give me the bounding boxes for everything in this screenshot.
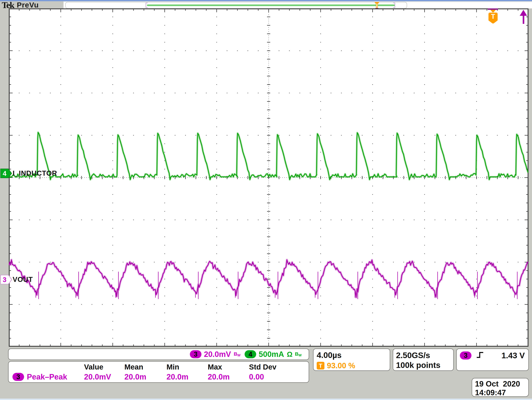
measurement-value: 20.0mV <box>84 372 124 381</box>
col-stddev: Std Dev <box>249 362 302 372</box>
trigger-level-readout: 1.43 V <box>501 351 525 360</box>
window-end-bracket-icon[interactable] <box>393 3 395 8</box>
record-length: 100k points <box>396 360 453 370</box>
ch3-label: VOUT <box>13 276 33 283</box>
top-accent-bar <box>0 0 532 1</box>
ohm-coupling-icon: Ω <box>287 351 292 358</box>
svg-text:4: 4 <box>3 170 6 177</box>
col-max: Max <box>208 362 249 372</box>
ch3-badge[interactable]: 3 <box>190 350 202 358</box>
acquisition-box[interactable]: 2.50GS/s 100k points <box>393 348 454 371</box>
trigger-level-offscreen-icon[interactable] <box>520 10 528 25</box>
measurement-header-row: Value Mean Min Max Std Dev <box>9 362 309 372</box>
record-trigger-position-marker-icon[interactable] <box>373 2 380 9</box>
measurement-name: Peak–Peak <box>27 372 67 381</box>
rising-edge-icon <box>476 351 484 359</box>
svg-text:3: 3 <box>3 276 6 283</box>
record-waveform-line <box>147 5 395 6</box>
level-arrow-stem <box>523 15 524 24</box>
measurement-mean: 20.0m <box>124 372 166 381</box>
ch4-label: I_INDUCTOR <box>13 169 57 177</box>
trigger-source-badge: 3 <box>460 351 471 359</box>
trigger-position-percent: 93.00 % <box>327 361 355 370</box>
col-value: Value <box>84 362 124 372</box>
timebase-box[interactable]: 4.00µs T 93.00 % <box>313 348 390 371</box>
date-text: 19 Oct 2020 <box>475 380 528 388</box>
measurement-source-badge: 3 <box>13 373 24 381</box>
trigger-t-icon: T <box>317 362 324 369</box>
ch4-bandwidth-icon: BW <box>295 352 302 357</box>
measurement-panel: Value Mean Min Max Std Dev 3 Peak–Peak 2… <box>8 361 309 383</box>
timebase-scale: 4.00µs <box>317 351 390 360</box>
ch4-badge[interactable]: 4 <box>245 350 256 358</box>
ch4-scale-readout[interactable]: 500mA <box>259 350 284 359</box>
datetime-box: 19 Oct 2020 14:09:47 <box>472 378 529 397</box>
measurement-max: 20.0m <box>208 372 249 381</box>
acquisition-mode-badge: PreVu <box>17 1 39 9</box>
window-start-bracket-icon[interactable] <box>146 3 148 8</box>
graticule <box>9 8 528 347</box>
ch3-scale-readout[interactable]: 20.0mV <box>204 350 231 359</box>
ch3-bandwidth-icon: BW <box>234 352 240 357</box>
sample-rate: 2.50GS/s <box>396 351 453 360</box>
ch4-ground-marker[interactable]: 4 <box>0 169 12 178</box>
col-mean: Mean <box>124 362 166 372</box>
measurement-stddev: 0.00 <box>249 372 302 381</box>
level-arrow-head <box>520 10 527 16</box>
trigger-point-dash <box>488 8 498 10</box>
time-text: 14:09:47 <box>475 388 528 397</box>
col-min: Min <box>166 362 208 372</box>
oscilloscope-screen: Tek PreVu T 4 I_INDUCTOR 3 VOUT <box>0 0 532 400</box>
scope-canvas <box>9 8 528 347</box>
measurement-row: 3 Peak–Peak 20.0mV 20.0m 20.0m 20.0m 0.0… <box>9 372 309 382</box>
brand-area: Tek PreVu <box>0 1 63 9</box>
trigger-box[interactable]: 3 1.43 V <box>456 348 529 371</box>
ch3-ground-marker[interactable]: 3 <box>0 275 12 284</box>
measurement-min: 20.0m <box>166 372 208 381</box>
bottom-accent-strip <box>0 399 532 400</box>
channel-readout-bar: 3 20.0mV BW 4 500mA Ω BW <box>8 348 309 360</box>
trigger-stem-icon <box>377 4 377 8</box>
